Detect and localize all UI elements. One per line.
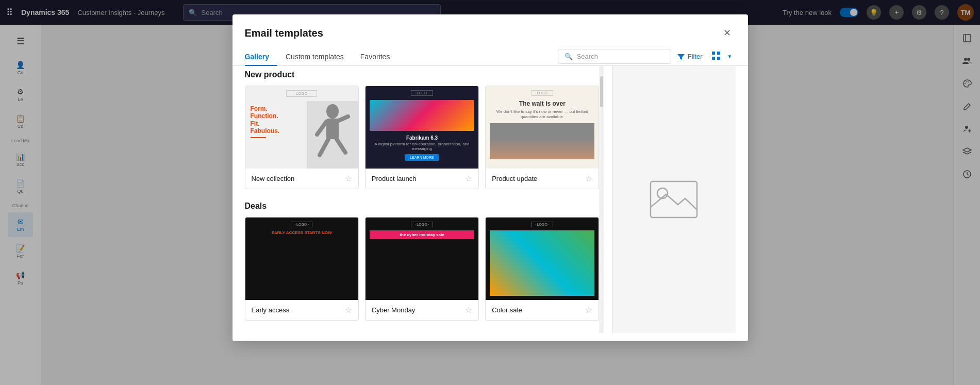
pu-logo: · LOGO · [531, 90, 553, 96]
template-thumb-new-collection: · LOGO · Form.Function.Fit.Fabulous. [245, 86, 358, 169]
template-name-deal1: Early access [252, 306, 290, 314]
favorite-star-product-update[interactable]: ☆ [585, 174, 592, 183]
deals-grid: · LOGO · EARLY ACCESS STARTS NOW Early a… [245, 217, 600, 321]
search-placeholder-text: Search [577, 53, 598, 60]
filter-button[interactable]: Filter [671, 49, 709, 63]
template-search-box[interactable]: 🔍 Search [558, 49, 671, 64]
favorite-star-deal2[interactable]: ☆ [465, 305, 472, 315]
template-card-deal1[interactable]: · LOGO · EARLY ACCESS STARTS NOW Early a… [245, 217, 359, 321]
pl-logo: · LOGO · [411, 90, 433, 96]
modal-close-button[interactable]: ✕ [719, 25, 736, 41]
svg-rect-15 [717, 57, 720, 60]
template-footer-deal2: Cyber Monday ☆ [366, 300, 478, 320]
svg-line-19 [339, 116, 348, 121]
grid-view-button[interactable] [709, 49, 723, 64]
d2-logo: · LOGO · [411, 222, 433, 227]
svg-line-21 [337, 139, 345, 153]
template-preview-panel [612, 66, 736, 333]
svg-rect-12 [712, 52, 715, 55]
view-toggle: ▼ [709, 49, 736, 64]
template-name-new-collection: New collection [252, 175, 295, 182]
template-card-product-launch[interactable]: · LOGO · Fabrikam 6.3 A digital platform… [365, 86, 479, 189]
template-footer-product-update: Product update ☆ [486, 169, 599, 189]
pl-btn: LEARN MORE [405, 154, 439, 161]
favorite-star-deal3[interactable]: ☆ [585, 305, 592, 315]
template-thumb-product-launch: · LOGO · Fabrikam 6.3 A digital platform… [366, 86, 478, 169]
view-dropdown-button[interactable]: ▼ [724, 52, 736, 61]
new-product-grid: · LOGO · Form.Function.Fit.Fabulous. [245, 86, 600, 189]
nc-logo: · LOGO · [286, 90, 317, 97]
modal-body: New product · LOGO · Form.Function.Fit.F… [232, 66, 748, 341]
email-templates-modal: Email templates ✕ Gallery Custom templat… [232, 14, 748, 341]
template-name-deal2: Cyber Monday [372, 306, 416, 314]
pu-subtext: We don't like to say it's now or never —… [490, 109, 594, 120]
template-footer-deal1: Early access ☆ [245, 300, 358, 320]
pl-subtext: A digital platform for collaboration, or… [370, 142, 474, 151]
svg-point-16 [326, 104, 339, 119]
template-footer-deal3: Color sale ☆ [486, 300, 599, 320]
filter-label: Filter [688, 53, 703, 60]
scroll-track[interactable] [600, 66, 604, 333]
svg-rect-22 [651, 181, 697, 217]
template-footer-product-launch: Product launch ☆ [366, 169, 478, 189]
favorite-star-new-collection[interactable]: ☆ [345, 174, 352, 183]
svg-line-20 [320, 139, 328, 155]
preview-placeholder [648, 179, 700, 220]
search-icon: 🔍 [564, 53, 573, 60]
modal-overlay[interactable]: Email templates ✕ Gallery Custom templat… [0, 0, 980, 385]
section-title-deals: Deals [245, 202, 600, 211]
template-name-product-update: Product update [492, 175, 537, 182]
tab-custom-templates[interactable]: Custom templates [277, 47, 352, 66]
template-thumb-deal1: · LOGO · EARLY ACCESS STARTS NOW [245, 217, 358, 300]
d1-text: EARLY ACCESS STARTS NOW [272, 230, 332, 235]
template-card-product-update[interactable]: · LOGO · The wait is over We don't like … [485, 86, 599, 189]
section-title-new-product: New product [245, 70, 600, 79]
template-thumb-deal2: · LOGO · the cyber monday sale [366, 217, 478, 300]
favorite-star-product-launch[interactable]: ☆ [465, 174, 472, 183]
template-card-deal3[interactable]: · LOGO · Color sale ☆ [485, 217, 599, 321]
modal-tabs: Gallery Custom templates Favorites 🔍 Sea… [232, 47, 748, 66]
pu-headline: The wait is over [519, 100, 566, 107]
templates-scroll-area[interactable]: New product · LOGO · Form.Function.Fit.F… [245, 66, 600, 333]
template-name-deal3: Color sale [492, 306, 522, 314]
template-footer-new-collection: New collection ☆ [245, 169, 358, 189]
svg-rect-14 [712, 57, 715, 60]
svg-line-18 [317, 122, 326, 135]
pl-headline: Fabrikam 6.3 [406, 135, 438, 141]
template-thumb-product-update: · LOGO · The wait is over We don't like … [486, 86, 599, 169]
favorite-star-deal1[interactable]: ☆ [345, 305, 352, 315]
modal-title: Email templates [245, 27, 323, 39]
d1-logo: · LOGO · [291, 222, 312, 227]
d2-text: the cyber monday sale [370, 230, 474, 239]
tab-favorites[interactable]: Favorites [352, 47, 398, 66]
scroll-thumb [600, 76, 603, 107]
svg-rect-13 [717, 52, 720, 55]
modal-header: Email templates ✕ [232, 14, 748, 41]
template-card-new-collection[interactable]: · LOGO · Form.Function.Fit.Fabulous. [245, 86, 359, 189]
template-card-deal2[interactable]: · LOGO · the cyber monday sale Cyber Mon… [365, 217, 479, 321]
tab-gallery[interactable]: Gallery [245, 47, 277, 66]
d3-logo: · LOGO · [531, 222, 553, 227]
nc-headline: Form.Function.Fit.Fabulous. [251, 105, 302, 135]
template-thumb-deal3: · LOGO · [486, 217, 599, 300]
template-name-product-launch: Product launch [372, 175, 417, 182]
